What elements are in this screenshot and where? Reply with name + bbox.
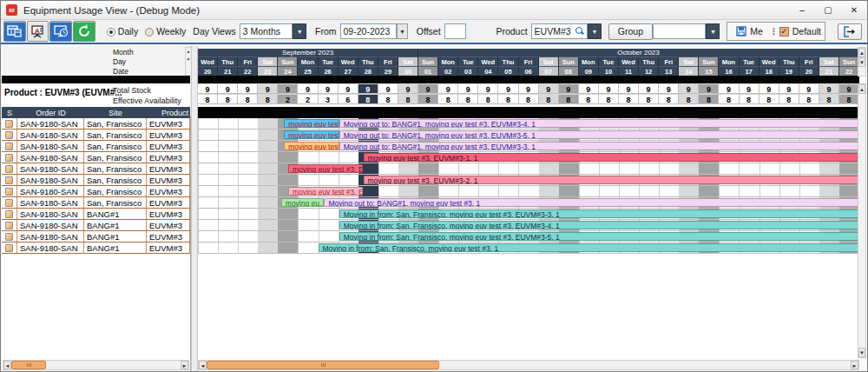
gantt-bar[interactable]: moving euv test #.. (284, 119, 339, 128)
gantt-bar[interactable]: moving euv test #.. (284, 130, 339, 139)
maximize-button[interactable]: ▢ (815, 1, 841, 19)
left-hscrollbar[interactable]: ◄ ► (3, 360, 189, 370)
group-button[interactable]: Group (608, 23, 653, 40)
gantt-scroll-down-arrow-icon[interactable]: ▼ (858, 348, 865, 357)
status-cell[interactable] (2, 130, 17, 140)
col-header-s[interactable]: S (2, 109, 17, 117)
status-cell[interactable] (2, 220, 17, 230)
table-row[interactable]: SAN-9180-SANSan, FransiscoEUVM#3 (2, 118, 190, 130)
radio-daily-circle[interactable] (107, 28, 115, 37)
status-cell[interactable] (2, 163, 17, 174)
gantt-bar[interactable]: moving euv test #.. (284, 142, 339, 150)
gantt-bar[interactable]: Moving in from: San, Fransisco, moving e… (339, 232, 859, 241)
status-icon[interactable] (5, 143, 13, 150)
gantt-bar[interactable]: Moving out to: BANG#1, moving euv test #… (339, 142, 859, 150)
status-cell[interactable] (2, 197, 17, 208)
default-checkbox[interactable]: ✓ (779, 27, 789, 37)
gantt-scroll-up-arrow-icon[interactable]: ▲ (858, 84, 865, 94)
table-row[interactable]: SAN-9180-SANSan, FransiscoEUVM#3 (2, 130, 190, 141)
status-icon[interactable] (5, 165, 13, 173)
status-cell[interactable] (2, 209, 17, 219)
me-button[interactable]: Me (731, 23, 768, 40)
exit-button[interactable] (838, 23, 862, 40)
date-cell: 02 (438, 66, 458, 76)
product-dropdown-arrow-icon[interactable]: ▼ (588, 23, 602, 39)
gantt-bar[interactable]: Moving out to: BANG#1, moving euv test #… (324, 198, 859, 207)
saved-view-dropdown-arrow-icon[interactable]: ▼ (706, 23, 720, 39)
status-icon[interactable] (5, 233, 13, 241)
range-select[interactable]: 3 Months (240, 23, 293, 39)
status-icon[interactable] (5, 120, 13, 128)
status-cell[interactable] (2, 231, 17, 242)
gantt-hscrollbar[interactable]: ◄ ► (198, 360, 859, 370)
radio-weekly[interactable]: Weekly (145, 26, 186, 37)
gantt-scroll-right-arrow-icon[interactable]: ► (851, 361, 858, 369)
gantt-vscrollbar[interactable]: ▲ ▼ (858, 83, 866, 358)
status-cell[interactable] (2, 175, 17, 185)
table-row[interactable]: SAN-9180-SANSan, FransiscoEUVM#3 (2, 141, 190, 152)
status-icon[interactable] (5, 244, 13, 252)
refresh-button[interactable] (73, 21, 95, 42)
panel-splitter[interactable] (191, 46, 198, 371)
gantt-hscroll-thumb[interactable] (207, 361, 439, 369)
status-icon[interactable] (5, 222, 13, 229)
status-icon[interactable] (5, 154, 13, 162)
product-input[interactable]: EUVM#3 (531, 23, 588, 39)
gantt-bar[interactable]: Moving in from: San, Fransisco, moving e… (319, 243, 859, 252)
gantt-scroll-left-arrow-icon[interactable]: ◄ (199, 361, 207, 369)
grid-view-button[interactable] (3, 21, 26, 42)
saved-view-select[interactable] (653, 23, 706, 39)
status-icon[interactable] (5, 210, 13, 218)
gantt-bar[interactable]: moving euv test #3, EUVM#3-2, 1 (364, 176, 860, 184)
gantt-bar[interactable]: Moving out to: BANG#1, moving euv test #… (339, 130, 859, 139)
gantt-bar[interactable]: moving eu... (281, 198, 325, 207)
table-row[interactable]: SAN-9180-SANBANG#1EUVM#3 (2, 209, 190, 220)
table-row[interactable]: SAN-9180-SANSan, FransiscoEUVM#3 (2, 152, 190, 163)
radio-daily[interactable]: Daily (107, 26, 138, 37)
date-cell: 22 (839, 66, 859, 76)
status-cell[interactable] (2, 242, 17, 253)
status-icon[interactable] (5, 176, 13, 184)
status-icon[interactable] (5, 188, 13, 196)
gantt-bar[interactable]: moving euv test #3, EUV... (288, 187, 364, 196)
table-row[interactable]: SAN-9180-SANSan, FransiscoEUVM#3 (2, 197, 190, 209)
left-scroll-right-arrow-icon[interactable]: ► (181, 361, 188, 369)
gantt-bar[interactable]: Moving in from: San, Fransisco, moving e… (339, 209, 859, 218)
header-vscrollbar[interactable]: ▲ ▼ (858, 47, 866, 76)
gantt-bar[interactable]: moving euv test #3, EUV... (288, 164, 364, 173)
status-cell[interactable] (2, 141, 17, 151)
status-icon[interactable] (5, 131, 13, 139)
table-row[interactable]: SAN-9180-SANBANG#1EUVM#3 (2, 242, 190, 254)
from-date-input[interactable]: 09-20-2023 (340, 23, 397, 39)
status-cell[interactable] (2, 152, 17, 163)
close-button[interactable]: ✕ (841, 1, 867, 19)
table-row[interactable]: SAN-9180-SANSan, FransiscoEUVM#3 (2, 163, 190, 175)
gantt-bar[interactable]: Moving in from: San, Fransisco, moving e… (339, 221, 859, 229)
radio-weekly-circle[interactable] (145, 28, 154, 37)
left-hscroll-thumb[interactable] (11, 361, 46, 369)
left-scroll-left-arrow-icon[interactable]: ◄ (3, 361, 11, 369)
monitor-clock-button[interactable] (49, 21, 72, 42)
header-scroll-up-arrow-icon[interactable]: ▲ (858, 48, 865, 57)
col-header-site[interactable]: Site (84, 109, 147, 117)
gantt-bar[interactable]: moving euv test #3, EUVM#3-1, 1 (364, 153, 860, 162)
col-header-order-id[interactable]: Order ID (17, 109, 84, 117)
offset-input[interactable] (444, 23, 467, 39)
status-cell[interactable] (2, 118, 17, 129)
status-cell[interactable] (2, 186, 17, 196)
header-scroll-down-arrow-icon[interactable]: ▼ (858, 57, 865, 67)
weekday-cell: Wed (198, 56, 218, 66)
gantt-bar[interactable]: Moving out to: BANG#1, moving euv test #… (339, 119, 859, 128)
table-row[interactable]: SAN-9180-SANBANG#1EUVM#3 (2, 231, 190, 242)
from-date-dropdown-icon[interactable]: ▼ (397, 23, 408, 39)
presentation-button[interactable]: A (27, 21, 49, 42)
minimize-button[interactable]: – (789, 1, 815, 19)
status-icon[interactable] (5, 199, 13, 207)
table-row[interactable]: SAN-9180-SANSan, FransiscoEUVM#3 (2, 175, 190, 186)
table-row[interactable]: SAN-9180-SANSan, FransiscoEUVM#3 (2, 186, 190, 197)
range-dropdown-arrow-icon[interactable]: ▼ (293, 23, 306, 39)
splitter-dots-icon[interactable]: ┇ (772, 28, 776, 36)
col-header-product[interactable]: Product (147, 109, 190, 117)
search-icon[interactable] (575, 27, 584, 36)
table-row[interactable]: SAN-9180-SANBANG#1EUVM#3 (2, 220, 190, 231)
